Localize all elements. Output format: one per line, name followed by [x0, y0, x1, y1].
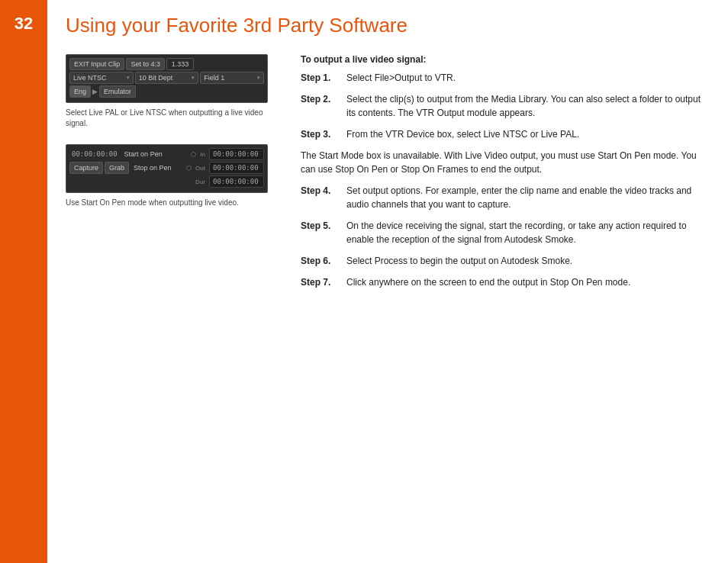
screen2-row-1: 00:00:00:00 Start on Pen ⬡ In 00:00:00:0…: [69, 148, 264, 160]
step-6-text: Select Process to begin the output on Au…: [346, 254, 572, 268]
start-timecode: 00:00:00:00: [69, 149, 120, 159]
step-7-label: Step 7.: [301, 275, 340, 289]
section-title: To output a live video signal:: [301, 54, 705, 65]
in-label: In: [198, 150, 208, 159]
screenshot-panel-2: 00:00:00:00 Start on Pen ⬡ In 00:00:00:0…: [66, 144, 268, 193]
caption-2: Use Start On Pen mode when outputting li…: [66, 198, 268, 208]
grab-btn: Grab: [105, 162, 129, 174]
step-2: Step 2. Select the clip(s) to output fro…: [301, 92, 705, 120]
out-label: Out: [193, 164, 208, 172]
capture-btn: Capture: [69, 162, 103, 174]
sidebar: 32: [0, 0, 47, 563]
step-5: Step 5. On the device receiving the sign…: [301, 219, 705, 246]
note-block: The Start Mode box is unavailable. With …: [301, 149, 705, 176]
screen-row-1: EXIT Input Clip Set to 4:3 1.333: [69, 58, 264, 70]
caption-1: Select Live PAL or Live NTSC when output…: [66, 108, 268, 129]
bit-depth-select: 10 Bit Dept ▾: [135, 72, 199, 84]
step-3-label: Step 3.: [301, 127, 340, 141]
out-timecode-value: 00:00:00:00: [209, 162, 264, 174]
right-column: To output a live video signal: Step 1. S…: [301, 54, 705, 297]
step-1-label: Step 1.: [301, 71, 340, 85]
dur-timecode-value: 00:00:00:00: [209, 175, 264, 188]
live-ntsc-select: Live NTSC ▾: [69, 72, 134, 84]
screen-row-2: Live NTSC ▾ 10 Bit Dept ▾ Field 1 ▾: [69, 72, 264, 84]
main-content: Using your Favorite 3rd Party Software E…: [47, 0, 728, 563]
step-1-text: Select File>Output to VTR.: [346, 71, 456, 85]
screen2-row-3: Dur 00:00:00:00: [69, 175, 264, 188]
in-timecode-value: 00:00:00:00: [209, 148, 264, 160]
field-select: Field 1 ▾: [200, 72, 264, 84]
eng-btn: Eng: [69, 85, 91, 98]
step-7: Step 7. Click anywhere on the screen to …: [301, 275, 705, 289]
step-5-text: On the device receiving the signal, star…: [346, 219, 705, 246]
step-7-text: Click anywhere on the screen to end the …: [346, 275, 630, 289]
screen-row-3: Eng ▶ Emulator: [69, 85, 264, 98]
step-4-text: Set output options. For example, enter t…: [346, 184, 705, 211]
set-to-btn: Set to 4:3: [126, 58, 165, 70]
step-6-label: Step 6.: [301, 254, 340, 268]
step-3: Step 3. From the VTR Device box, select …: [301, 127, 705, 141]
step-2-text: Select the clip(s) to output from the Me…: [346, 92, 705, 120]
page-number: 32: [14, 14, 33, 34]
start-on-pen-label: Start on Pen: [121, 149, 190, 159]
emulator-btn: Emulator: [99, 85, 136, 98]
left-column: EXIT Input Clip Set to 4:3 1.333 Live NT…: [66, 54, 279, 297]
dur-label: Dur: [193, 178, 208, 186]
step-4-label: Step 4.: [301, 184, 340, 211]
step-6: Step 6. Select Process to begin the outp…: [301, 254, 705, 268]
step-5-label: Step 5.: [301, 219, 340, 246]
step-1: Step 1. Select File>Output to VTR.: [301, 71, 705, 85]
step-2-label: Step 2.: [301, 92, 340, 120]
content-columns: EXIT Input Clip Set to 4:3 1.333 Live NT…: [66, 54, 705, 297]
screenshot-panel-1: EXIT Input Clip Set to 4:3 1.333 Live NT…: [66, 54, 268, 103]
screen2-row-2: Capture Grab Stop on Pen ⬡ Out 00:00:00:…: [69, 162, 264, 174]
step-4: Step 4. Set output options. For example,…: [301, 184, 705, 211]
stop-on-pen-label: Stop on Pen: [130, 162, 185, 173]
exit-input-clip-btn: EXIT Input Clip: [69, 58, 124, 70]
ratio-value: 1.333: [166, 58, 194, 70]
page-title: Using your Favorite 3rd Party Software: [66, 14, 705, 37]
step-3-text: From the VTR Device box, select Live NTS…: [346, 127, 579, 141]
